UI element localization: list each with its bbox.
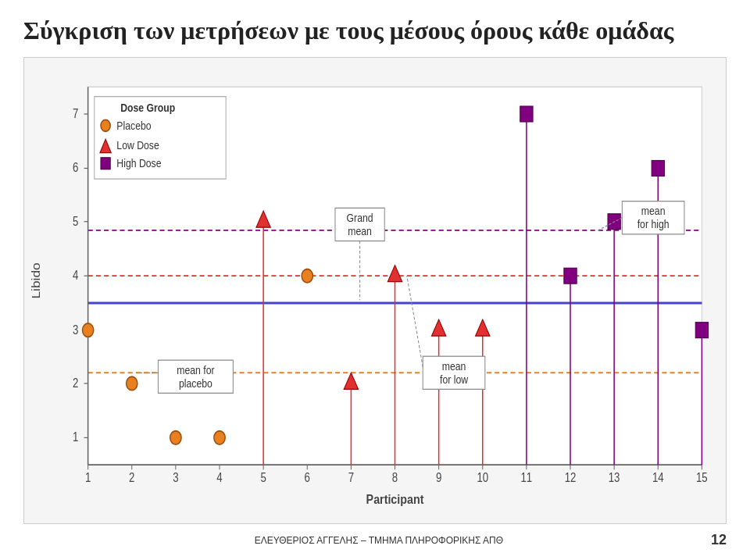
chart-svg: 7 6 5 4 3 2 1 1 2 <box>24 58 726 523</box>
svg-text:2: 2 <box>73 376 78 390</box>
svg-text:14: 14 <box>652 472 664 485</box>
legend-high: High Dose <box>116 157 161 169</box>
svg-text:1: 1 <box>85 472 91 485</box>
svg-text:4: 4 <box>216 472 222 485</box>
page-title: Σύγκριση των μετρήσεων με τους μέσους όρ… <box>23 16 727 45</box>
y-axis-label: Libido <box>30 262 42 299</box>
mean-placebo-annotation-line1: mean for <box>177 364 215 376</box>
svg-text:8: 8 <box>392 472 398 485</box>
svg-rect-51 <box>101 158 110 169</box>
svg-text:7: 7 <box>348 472 354 485</box>
legend-low: Low Dose <box>116 139 159 152</box>
data-point-placebo-3 <box>170 431 181 444</box>
svg-text:12: 12 <box>565 472 577 485</box>
svg-text:1: 1 <box>73 431 78 444</box>
legend-placebo: Placebo <box>116 119 151 132</box>
svg-text:4: 4 <box>73 269 78 282</box>
svg-text:9: 9 <box>436 472 441 485</box>
mean-high-annotation-line2: for high <box>638 219 670 231</box>
svg-text:3: 3 <box>173 472 178 485</box>
grand-mean-annotation-line1: Grand <box>347 212 373 224</box>
svg-text:2: 2 <box>129 472 134 485</box>
svg-text:15: 15 <box>696 472 708 485</box>
svg-text:7: 7 <box>73 107 78 120</box>
data-point-high-12 <box>564 269 577 284</box>
data-point-high-15 <box>695 323 708 338</box>
data-point-placebo-2 <box>127 377 138 391</box>
data-point-high-14 <box>652 161 664 177</box>
footer-text: ΕΛΕΥΘΕΡΙΟΣ ΑΓΓΕΛΗΣ – ΤΜΗΜΑ ΠΛΗΡΟΦΟΡΙΚΗΣ … <box>47 535 711 546</box>
data-point-placebo-1 <box>82 323 93 337</box>
mean-high-annotation-line1: mean <box>641 205 666 217</box>
svg-text:5: 5 <box>73 215 78 228</box>
svg-text:13: 13 <box>609 472 620 485</box>
svg-text:3: 3 <box>73 323 78 337</box>
svg-point-49 <box>101 120 110 132</box>
footer: ΕΛΕΥΘΕΡΙΟΣ ΑΓΓΕΛΗΣ – ΤΜΗΜΑ ΠΛΗΡΟΦΟΡΙΚΗΣ … <box>23 528 727 552</box>
svg-text:11: 11 <box>521 472 533 485</box>
chart-area: 7 6 5 4 3 2 1 1 2 <box>23 57 727 524</box>
data-point-placebo-6 <box>302 269 312 283</box>
mean-low-annotation-line2: for low <box>440 373 468 386</box>
mean-low-annotation-line1: mean <box>442 360 466 373</box>
svg-text:5: 5 <box>260 472 266 485</box>
mean-placebo-annotation-line2: placebo <box>179 377 212 390</box>
page: Σύγκριση των μετρήσεων με τους μέσους όρ… <box>0 0 750 560</box>
svg-text:10: 10 <box>477 472 488 485</box>
page-number: 12 <box>711 532 727 548</box>
grand-mean-annotation-line2: mean <box>348 225 372 237</box>
x-axis-label: Participant <box>366 492 424 507</box>
data-point-high-11 <box>520 106 533 122</box>
data-point-placebo-4 <box>214 431 225 444</box>
svg-text:6: 6 <box>73 162 78 175</box>
svg-text:6: 6 <box>305 472 310 485</box>
legend-title: Dose Group <box>120 102 175 115</box>
